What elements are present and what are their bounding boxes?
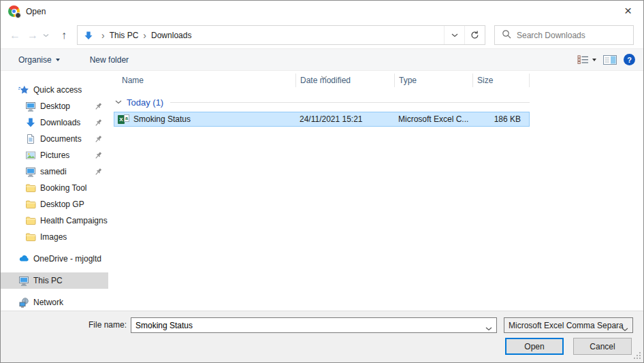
column-header-date-modified[interactable]: Date modified xyxy=(296,74,395,87)
onedrive-cloud-icon xyxy=(18,253,29,264)
sidebar-item-onedrive[interactable]: OneDrive - mjogltd xyxy=(1,251,108,267)
download-arrow-icon xyxy=(25,117,36,128)
sidebar-item-label: Images xyxy=(40,232,67,242)
column-header-type[interactable]: Type xyxy=(395,74,473,87)
group-label: Today (1) xyxy=(127,97,163,108)
sidebar-item-quick-access[interactable]: Quick access xyxy=(1,82,108,98)
column-header-name[interactable]: Name xyxy=(114,74,296,87)
sidebar-item-downloads[interactable]: Downloads xyxy=(1,114,108,131)
quick-access-star-icon xyxy=(18,84,29,95)
address-dropdown-icon[interactable] xyxy=(444,26,464,44)
file-type-select[interactable]: Microsoft Excel Comma Separa xyxy=(504,317,633,333)
pin-icon xyxy=(95,119,102,129)
sidebar-item-label: Documents xyxy=(40,134,82,144)
change-view-button[interactable] xyxy=(577,55,596,64)
file-row-smoking-status[interactable]: Xa Smoking Status 24/11/2021 15:21 Micro… xyxy=(114,112,530,127)
sidebar-item-pictures[interactable]: Pictures xyxy=(1,147,108,163)
sidebar-item-label: OneDrive - mjogltd xyxy=(33,254,101,264)
sort-indicator-icon xyxy=(321,71,327,83)
monitor-icon xyxy=(25,166,36,177)
pin-icon xyxy=(95,102,102,112)
file-date-cell: 24/11/2021 15:21 xyxy=(296,114,395,124)
open-button[interactable]: Open xyxy=(505,338,564,355)
sidebar-item-desktop[interactable]: Desktop xyxy=(1,98,108,114)
up-button[interactable]: ↑ xyxy=(55,29,73,42)
organise-button[interactable]: Organise xyxy=(13,52,65,67)
sidebar-item-network[interactable]: Network xyxy=(1,294,108,311)
file-type-value: Microsoft Excel Comma Separa xyxy=(509,321,624,330)
organise-label: Organise xyxy=(18,55,52,65)
file-name-cell: Xa Smoking Status xyxy=(114,114,296,125)
sidebar-item-booking-tool[interactable]: Booking Tool xyxy=(1,180,108,196)
sidebar-item-label: This PC xyxy=(33,276,63,285)
folder-icon xyxy=(25,232,36,242)
breadcrumb-chevron-icon: › xyxy=(97,30,110,41)
column-header-size[interactable]: Size xyxy=(473,74,530,87)
navigation-bar: ← → ↑ › This PC › Downloads xyxy=(1,22,643,48)
preview-pane-icon xyxy=(603,55,617,65)
sidebar-item-label: Desktop xyxy=(40,101,70,111)
address-bar[interactable]: › This PC › Downloads xyxy=(77,25,485,45)
pin-icon xyxy=(95,135,102,145)
group-collapse-chevron-icon xyxy=(115,100,122,104)
file-name-text: Smoking Status xyxy=(133,114,191,124)
open-file-dialog: Open × ← → ↑ › This PC › Downloads xyxy=(0,0,644,363)
file-list-area: Name Date modified Type Size Today (1) xyxy=(108,71,643,311)
file-list-empty-area[interactable] xyxy=(114,127,643,304)
forward-button[interactable]: → xyxy=(24,29,42,42)
folder-icon xyxy=(25,215,36,226)
group-header-today[interactable]: Today (1) xyxy=(114,94,530,110)
help-button[interactable]: ? xyxy=(624,54,635,65)
preview-pane-button[interactable] xyxy=(603,55,617,65)
chevron-down-icon xyxy=(592,59,596,61)
this-pc-monitor-icon xyxy=(18,275,29,286)
sidebar-item-health-campaigns[interactable]: Health Campaigns xyxy=(1,212,108,229)
sidebar-item-label: samedi xyxy=(40,167,67,176)
file-name-input[interactable] xyxy=(131,317,497,333)
new-folder-label: New folder xyxy=(90,55,129,65)
command-toolbar: Organise New folder ? xyxy=(1,48,643,71)
back-button[interactable]: ← xyxy=(6,29,24,42)
document-icon xyxy=(25,133,36,144)
file-type-cell: Microsoft Excel C... xyxy=(395,114,473,124)
sidebar-item-label: Health Campaigns xyxy=(40,216,108,225)
breadcrumb-chevron-icon: › xyxy=(138,30,151,41)
search-icon xyxy=(502,29,511,41)
folder-icon xyxy=(25,199,36,210)
file-name-label: File name: xyxy=(1,320,127,330)
cancel-button[interactable]: Cancel xyxy=(573,338,632,355)
sidebar-item-documents[interactable]: Documents xyxy=(1,131,108,147)
search-input[interactable] xyxy=(517,31,633,40)
group-divider xyxy=(170,102,530,103)
sidebar-item-samedi[interactable]: samedi xyxy=(1,163,108,180)
excel-csv-file-icon: Xa xyxy=(118,114,129,125)
title-bar: Open × xyxy=(1,1,643,22)
details-view-icon xyxy=(577,55,590,64)
sidebar-item-images[interactable]: Images xyxy=(1,229,108,245)
history-chevron-icon[interactable] xyxy=(42,33,50,37)
sidebar-item-label: Downloads xyxy=(40,118,80,127)
breadcrumb-this-pc[interactable]: This PC xyxy=(110,31,139,40)
file-size-cell: 186 KB xyxy=(473,114,528,124)
sidebar-item-desktop-gp[interactable]: Desktop GP xyxy=(1,196,108,212)
new-folder-button[interactable]: New folder xyxy=(84,52,134,67)
sidebar-item-this-pc[interactable]: This PC xyxy=(1,272,108,289)
pin-icon xyxy=(95,151,102,161)
footer-bar: File name: Microsoft Excel Comma Separa … xyxy=(1,311,643,363)
picture-icon xyxy=(25,150,36,161)
breadcrumb-downloads[interactable]: Downloads xyxy=(151,31,191,40)
navigation-pane: Quick access Desktop Downloads xyxy=(1,71,108,311)
resize-grip[interactable] xyxy=(634,352,641,362)
refresh-icon[interactable] xyxy=(464,26,485,44)
search-box xyxy=(494,25,634,45)
chevron-down-icon xyxy=(622,324,628,333)
sidebar-item-label: Network xyxy=(33,298,63,307)
desktop-monitor-icon xyxy=(25,101,36,112)
window-title: Open xyxy=(26,7,46,16)
dialog-content: Quick access Desktop Downloads xyxy=(1,71,643,311)
pin-icon xyxy=(95,168,102,178)
column-header-row: Name Date modified Type Size xyxy=(114,71,643,89)
file-name-combobox xyxy=(131,317,497,333)
close-icon[interactable]: × xyxy=(613,1,643,22)
downloads-folder-icon xyxy=(83,30,94,41)
